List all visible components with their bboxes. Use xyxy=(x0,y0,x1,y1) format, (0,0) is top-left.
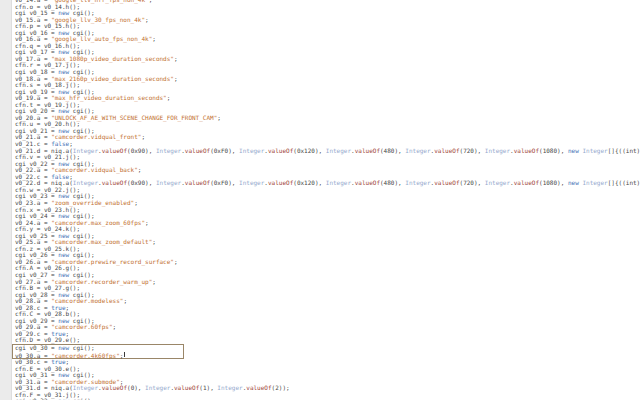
type-name: Integer xyxy=(326,147,351,154)
decompiled-code-view: v0_14.a = "google_llv_hfr_fps_non_4k";cf… xyxy=(0,0,640,400)
code-listing: v0_14.a = "google_llv_hfr_fps_non_4k";cf… xyxy=(15,0,640,400)
type-name: Integer xyxy=(156,147,181,154)
method-call: valueOf xyxy=(355,179,380,186)
type-name: Integer xyxy=(239,179,264,186)
type-name: Integer xyxy=(326,179,351,186)
method-call: valueOf xyxy=(174,384,199,391)
keyword: new xyxy=(568,147,579,154)
method-call: valueOf xyxy=(434,179,459,186)
string-literal: "zoom_override_enabled" xyxy=(51,199,134,206)
method-call: valueOf xyxy=(102,147,127,154)
code-line: v0_22.d = niq.a(Integer.valueOf(0x90), I… xyxy=(15,180,640,187)
method-call: valueOf xyxy=(185,147,210,154)
type-name: Integer xyxy=(485,147,510,154)
keyword: new xyxy=(568,179,579,186)
type-name: Integer xyxy=(405,147,430,154)
type-name: Integer xyxy=(239,147,264,154)
text-caret xyxy=(124,352,125,358)
method-call: valueOf xyxy=(185,179,210,186)
type-name: Integer xyxy=(582,179,607,186)
method-call: valueOf xyxy=(102,179,127,186)
type-name: Integer xyxy=(217,384,242,391)
keyword: new xyxy=(58,344,69,351)
method-call: valueOf xyxy=(268,147,293,154)
left-gutter xyxy=(0,0,12,400)
method-call: valueOf xyxy=(514,179,539,186)
selection-highlight-box[interactable]: cgi v0_30 = new cgi();v0_30.a = "camcord… xyxy=(12,344,184,359)
type-name: Integer xyxy=(156,179,181,186)
type-name: Integer xyxy=(485,179,510,186)
type-name: Integer xyxy=(405,179,430,186)
method-call: valueOf xyxy=(355,147,380,154)
method-call: valueOf xyxy=(246,384,271,391)
method-call: valueOf xyxy=(434,147,459,154)
code-line: v0_21.d = niq.a(Integer.valueOf(0x90), I… xyxy=(15,148,640,155)
method-call: valueOf xyxy=(268,179,293,186)
type-name: Integer xyxy=(145,384,170,391)
keyword: false xyxy=(51,140,69,147)
type-name: Integer xyxy=(582,147,607,154)
method-call: valueOf xyxy=(514,147,539,154)
method-call: valueOf xyxy=(102,384,127,391)
